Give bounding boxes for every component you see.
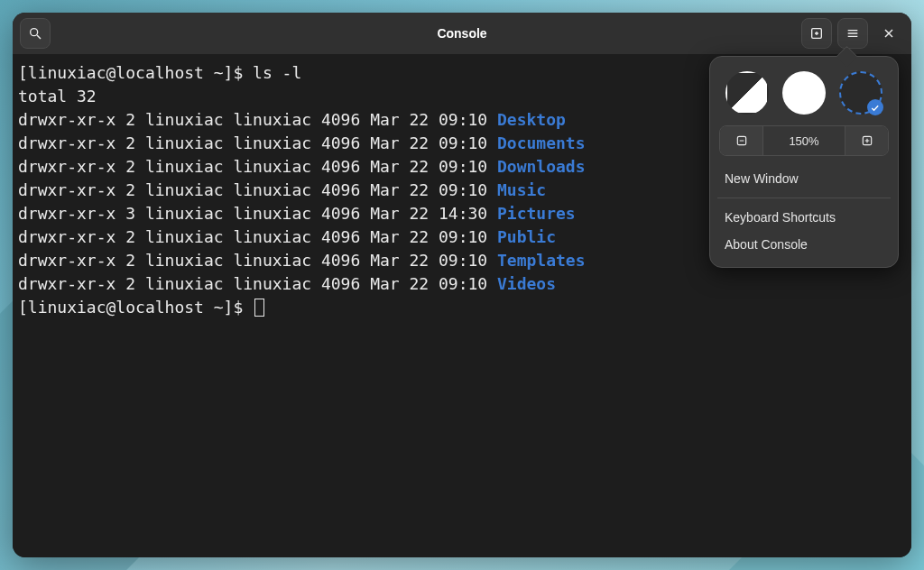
theme-dark-button[interactable] [839, 71, 882, 115]
zoom-out-button[interactable] [720, 126, 763, 155]
window-title: Console [13, 26, 911, 41]
theme-light-button[interactable] [782, 71, 826, 115]
check-icon [870, 103, 880, 113]
new-tab-button[interactable] [801, 18, 832, 49]
search-icon [28, 26, 42, 41]
menu-new-window[interactable]: New Window [719, 165, 889, 192]
main-menu-popover: 150% New Window Keyboard Shortcuts About… [709, 56, 899, 268]
tab-new-icon [809, 26, 824, 41]
hamburger-icon [845, 26, 860, 41]
cursor [254, 299, 264, 317]
theme-selected-check [867, 99, 883, 115]
minus-icon [735, 134, 748, 147]
close-icon [882, 26, 896, 41]
menu-keyboard-shortcuts[interactable]: Keyboard Shortcuts [719, 204, 889, 231]
theme-system-button[interactable] [725, 71, 769, 115]
menu-about-console[interactable]: About Console [719, 231, 889, 258]
theme-selector-row [719, 71, 889, 115]
svg-line-1 [37, 35, 41, 39]
plus-icon [861, 134, 873, 147]
zoom-control: 150% [719, 125, 889, 156]
zoom-level-label: 150% [763, 126, 845, 155]
menu-separator [717, 198, 891, 198]
titlebar: Console [13, 13, 911, 54]
hamburger-menu-button[interactable] [837, 18, 868, 49]
search-button[interactable] [20, 18, 51, 49]
close-window-button[interactable] [873, 18, 904, 49]
svg-point-0 [31, 29, 38, 36]
zoom-in-button[interactable] [845, 126, 888, 155]
